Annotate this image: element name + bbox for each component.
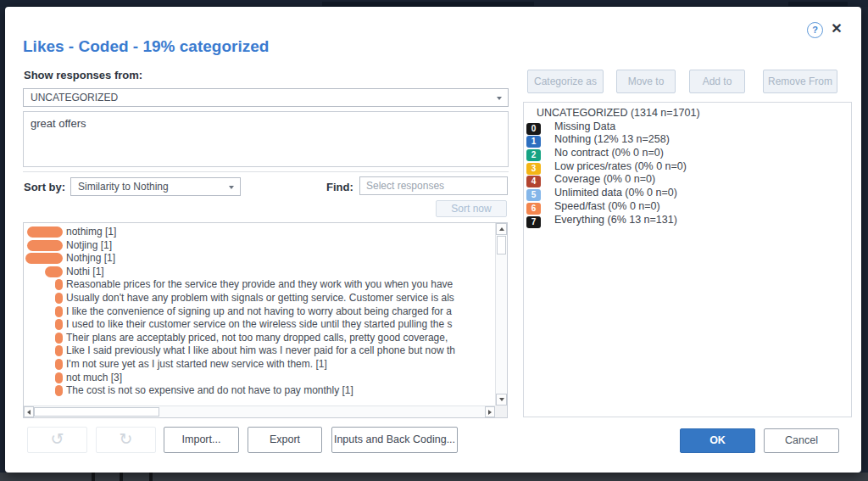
- response-text: Like I said previously what I like about…: [66, 344, 455, 356]
- response-row[interactable]: Notjing [1]: [24, 239, 495, 253]
- close-icon[interactable]: ✕: [829, 21, 844, 36]
- vertical-scrollbar[interactable]: [495, 223, 507, 405]
- category-row[interactable]: 0Missing Data: [524, 120, 851, 134]
- response-row[interactable]: not much [3]: [24, 372, 495, 385]
- undo-button[interactable]: ↺: [27, 427, 87, 453]
- horizontal-scrollbar[interactable]: [24, 405, 495, 417]
- response-row[interactable]: I'm not sure yet as I just started new s…: [24, 358, 495, 372]
- response-text: The cost is not so expensive and do not …: [66, 384, 353, 396]
- category-label: No contract (0% 0 n=0): [554, 147, 664, 159]
- sort-by-dropdown[interactable]: Similarity to Nothing: [70, 177, 241, 196]
- similarity-bar: [55, 359, 63, 370]
- move-to-button[interactable]: Move to: [616, 70, 676, 93]
- response-text: nothimg [1]: [66, 226, 116, 238]
- source-dropdown-value: UNCATEGORIZED: [31, 92, 118, 103]
- redo-icon: ↻: [120, 430, 133, 448]
- category-row[interactable]: 3Low prices/rates (0% 0 n=0): [524, 160, 851, 174]
- similarity-bar: [55, 306, 63, 317]
- find-label: Find:: [326, 181, 353, 193]
- responses-rows: nothimg [1]Notjing [1]Nothjng [1]Nothi […: [24, 226, 495, 405]
- similarity-bar: [55, 345, 63, 356]
- similarity-bar: [25, 253, 63, 264]
- horizontal-scroll-thumb[interactable]: [34, 407, 159, 417]
- help-icon[interactable]: ?: [807, 22, 823, 38]
- divider: [23, 171, 509, 172]
- background-gridline: [92, 473, 95, 481]
- similarity-bar: [55, 319, 63, 330]
- category-badge: 6: [526, 203, 541, 215]
- categorize-as-button[interactable]: Categorize as: [527, 70, 604, 93]
- category-row[interactable]: 4Coverage (0% 0 n=0): [524, 173, 851, 187]
- similarity-bar: [55, 385, 63, 396]
- cancel-button[interactable]: Cancel: [764, 428, 839, 453]
- responses-list: nothimg [1]Notjing [1]Nothjng [1]Nothi […: [23, 222, 508, 418]
- response-preview-box[interactable]: great offers: [23, 111, 509, 167]
- response-preview-text: great offers: [31, 117, 86, 130]
- redo-button[interactable]: ↻: [96, 427, 156, 453]
- scroll-up-button[interactable]: [496, 223, 507, 235]
- response-text: Nothjng [1]: [66, 252, 115, 264]
- ok-button[interactable]: OK: [680, 428, 755, 453]
- add-to-button[interactable]: Add to: [689, 70, 745, 93]
- response-row[interactable]: nothimg [1]: [24, 226, 495, 239]
- sort-now-button[interactable]: Sort now: [436, 200, 507, 217]
- sort-by-dropdown-value: Similarity to Nothing: [78, 181, 169, 193]
- similarity-bar: [27, 240, 63, 251]
- response-text: I like the convenience of signing up and…: [66, 305, 452, 317]
- category-row[interactable]: 2No contract (0% 0 n=0): [524, 147, 851, 160]
- similarity-bar: [55, 333, 63, 344]
- scroll-right-button[interactable]: [485, 406, 495, 417]
- coding-dialog: ? ✕ Likes - Coded - 19% categorized Show…: [5, 7, 861, 473]
- app-background: ? ✕ Likes - Coded - 19% categorized Show…: [0, 0, 868, 481]
- category-label: Speed/fast (0% 0 n=0): [554, 200, 660, 212]
- arrow-down-icon: [499, 398, 504, 401]
- response-row[interactable]: I used to like their customer service on…: [24, 318, 495, 332]
- background-app-text-hint: [322, 2, 534, 6]
- response-row[interactable]: Reasonable prices for the service they p…: [24, 278, 495, 292]
- response-row[interactable]: I like the convenience of signing up and…: [24, 305, 495, 319]
- category-row[interactable]: 5Unlimited data (0% 0 n=0): [524, 187, 851, 200]
- arrow-left-icon: [27, 410, 31, 415]
- category-label: UNCATEGORIZED (1314 n=1701): [537, 107, 700, 119]
- response-row[interactable]: Usually don't have any problem with sign…: [24, 292, 495, 305]
- background-gridline: [149, 473, 153, 481]
- category-row[interactable]: 1Nothing (12% 13 n=258): [524, 133, 851, 147]
- scrollbar-corner: [495, 405, 507, 417]
- response-row[interactable]: Their plans are acceptably priced, not t…: [24, 332, 495, 345]
- scroll-down-button[interactable]: [496, 394, 507, 405]
- category-label: Everything (6% 13 n=131): [554, 214, 677, 226]
- sort-by-label: Sort by:: [24, 181, 65, 193]
- category-badge: 2: [526, 149, 541, 161]
- response-text: Notjing [1]: [66, 239, 112, 251]
- remove-from-button[interactable]: Remove From: [763, 70, 837, 93]
- scroll-left-button[interactable]: [24, 406, 34, 417]
- undo-icon: ↺: [51, 430, 64, 448]
- category-row[interactable]: UNCATEGORIZED (1314 n=1701): [524, 107, 851, 120]
- source-dropdown[interactable]: UNCATEGORIZED: [23, 88, 509, 107]
- response-row[interactable]: Like I said previously what I like about…: [24, 344, 495, 358]
- export-button[interactable]: Export: [248, 427, 322, 453]
- background-app-bottombar: [0, 473, 868, 481]
- import-button[interactable]: Import...: [164, 427, 239, 453]
- response-text: I'm not sure yet as I just started new s…: [66, 358, 327, 370]
- category-label: Nothing (12% 13 n=258): [554, 133, 670, 145]
- find-input[interactable]: [359, 176, 508, 195]
- category-badge: 7: [526, 216, 541, 228]
- dialog-title: Likes - Coded - 19% categorized: [23, 37, 269, 56]
- arrow-right-icon: [488, 410, 492, 415]
- category-label: Coverage (0% 0 n=0): [554, 173, 655, 185]
- vertical-scroll-thumb[interactable]: [497, 236, 506, 254]
- response-text: not much [3]: [66, 372, 122, 383]
- response-text: I used to like their customer service on…: [66, 318, 453, 330]
- response-text: Usually don't have any problem with sign…: [66, 292, 454, 304]
- response-row[interactable]: Nothjng [1]: [24, 252, 495, 266]
- response-row[interactable]: The cost is not so expensive and do not …: [24, 384, 495, 398]
- response-row[interactable]: Nothi [1]: [24, 266, 495, 279]
- similarity-bar: [27, 227, 63, 238]
- similarity-bar: [55, 279, 63, 290]
- category-row[interactable]: 6Speed/fast (0% 0 n=0): [524, 200, 851, 214]
- category-row[interactable]: 7Everything (6% 13 n=131): [524, 214, 851, 227]
- inputs-back-coding-button[interactable]: Inputs and Back Coding...: [331, 427, 458, 453]
- similarity-bar: [45, 266, 63, 277]
- category-label: Unlimited data (0% 0 n=0): [554, 187, 677, 199]
